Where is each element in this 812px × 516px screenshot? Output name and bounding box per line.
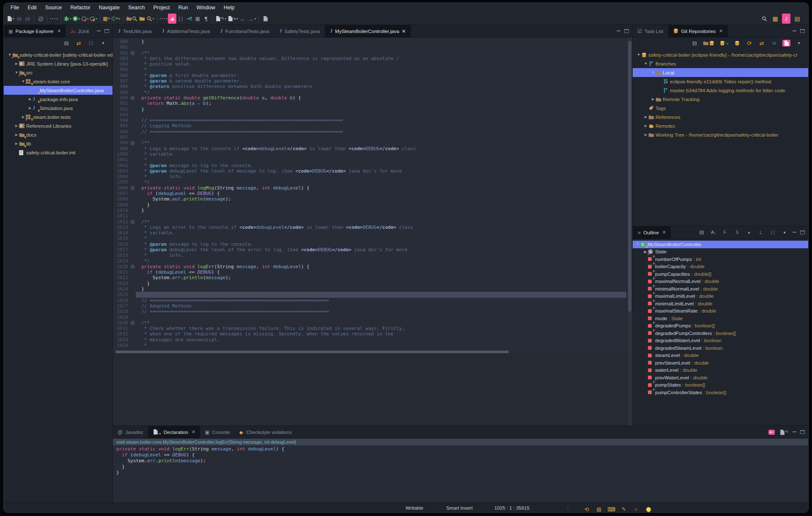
code-line-992[interactable]: 992 } — [113, 107, 626, 112]
maximize-icon[interactable] — [800, 430, 805, 434]
menu-refactor[interactable]: Refactor — [66, 3, 94, 13]
editor-tab-functionaltests-java[interactable]: JFunctionalTests.java — [215, 25, 274, 37]
close-tab-icon[interactable]: ✕ — [719, 28, 723, 34]
maximize-icon[interactable] — [104, 29, 109, 33]
outline-item-degradedpumps[interactable]: FdegradedPumps : boolean[] — [633, 322, 808, 330]
search-button[interactable]: ▾ — [146, 14, 155, 24]
code-line-1030[interactable]: 1030 /** — [113, 320, 626, 326]
outline-item-degradedwaterlevel[interactable]: degradedWaterLevel : boolean — [633, 337, 808, 345]
hide-fields-button[interactable]: F◦ — [721, 228, 730, 238]
open-resource-button[interactable] — [138, 14, 146, 24]
code-line-1034[interactable]: 1034 * — [113, 343, 626, 348]
tab-outline[interactable]: ⫶≡Outline✕ — [633, 226, 671, 239]
create-repository-button[interactable] — [733, 39, 741, 47]
outline-item-state[interactable]: ▶SState — [633, 248, 808, 256]
code-line-1028[interactable]: 1028 // ================================… — [113, 309, 626, 314]
code-line-995[interactable]: 995 // Logging Methods — [113, 123, 626, 129]
view-menu-button[interactable]: ▾ — [795, 39, 803, 47]
code-line-1024[interactable]: 1024 } — [113, 286, 626, 292]
outline-item-prevwaterlevel[interactable]: prevWaterLevel : double — [633, 374, 808, 382]
code-line-988[interactable]: 988 * @return positive difference betwee… — [113, 84, 626, 89]
minimize-icon[interactable] — [792, 231, 797, 234]
coverage-button[interactable]: ▾ — [81, 14, 89, 24]
tree-item-safety-critical-boiler[interactable]: ▼ssafety-critical-boiler [safety-critica… — [4, 50, 112, 59]
code-line-1022[interactable]: 1022 System.err.println(message); — [113, 275, 626, 280]
minimize-icon[interactable] — [792, 430, 797, 434]
tab-junit[interactable]: JuJUnit — [66, 25, 93, 37]
menu-run[interactable]: Run — [174, 3, 192, 13]
outline-item-pumpcapacities[interactable]: FpumpCapacities : double[] — [633, 270, 808, 278]
refresh-button[interactable]: ⟳ — [745, 39, 754, 47]
show-invisibles-button[interactable]: ¶ — [202, 14, 210, 24]
status-overflow-icon[interactable]: ⋮ — [565, 503, 571, 513]
back-button[interactable]: ← — [239, 14, 247, 24]
external-tools-button[interactable]: ···● — [49, 14, 58, 24]
code-line-1026[interactable]: 1026 // ================================… — [113, 298, 626, 303]
expand-arrow-icon[interactable]: ▶ — [27, 88, 33, 92]
outline-item-numberofpumps[interactable]: FnumberOfPumps : int — [633, 255, 808, 263]
run-button[interactable]: ▾ — [72, 14, 81, 24]
outline-item-waterlevel[interactable]: waterLevel : double — [633, 367, 808, 374]
code-line-1019[interactable]: 1019 */ — [113, 258, 626, 264]
tab-task-list[interactable]: ☑Task List — [633, 25, 668, 37]
code-line-1031[interactable]: 1031 * Check whether there was a transmi… — [113, 326, 626, 331]
code-line-983[interactable]: 983 * Gets the difference between two do… — [113, 56, 626, 61]
outline-item-steamlevel[interactable]: steamLevel : double — [633, 352, 808, 360]
code-line-1013[interactable]: 1013 * Logs an error to the console if <… — [113, 225, 626, 230]
outline-item-minimalnormallevel[interactable]: FminimalNormalLevel : double — [633, 285, 808, 293]
tree-item-simulation.java[interactable]: ▶JsSimulation.java — [4, 104, 112, 113]
mark-occurrences-button[interactable] — [168, 14, 176, 24]
tree-item-safety-critical-boiler[interactable]: ▼safety-critical-boiler [eclipse-friendl… — [633, 50, 808, 59]
code-line-1002[interactable]: 1002 * @param message to log to the cons… — [113, 163, 626, 168]
minimize-icon[interactable] — [96, 29, 101, 33]
code-line-999[interactable]: 999 * Logs a message to the console if <… — [113, 146, 626, 151]
expand-arrow-icon[interactable]: ▶ — [14, 133, 19, 137]
code-line-1016[interactable]: 1016 * @param message to log to the cons… — [113, 242, 626, 247]
expand-arrow-icon[interactable]: ▶ — [27, 97, 33, 101]
code-editor[interactable]: 980 }981982 /**983 * Gets the difference… — [113, 38, 632, 425]
expand-arrow-icon[interactable]: ▼ — [650, 71, 656, 74]
code-line-994[interactable]: 994 // =================================… — [113, 118, 626, 123]
editor-tab-testutils-java[interactable]: JTestUtils.java — [113, 25, 157, 37]
link-with-editor-button[interactable]: ⇄ — [74, 39, 83, 47]
repo-file-pink-button[interactable] — [782, 39, 791, 47]
hide-local-types-button[interactable]: L — [757, 228, 765, 238]
code-line-1027[interactable]: 1027 // Adapted Methods — [113, 303, 626, 309]
outline-item-degradedpumpcontrollers[interactable]: FdegradedPumpControllers : boolean[] — [633, 329, 808, 337]
outline-item-minimallimitlevel[interactable]: FminimalLimitLevel : double — [633, 300, 808, 307]
editor-tab-additionaltests-java[interactable]: JAdditionalTests.java — [157, 25, 215, 37]
menu-edit[interactable]: Edit — [23, 3, 41, 13]
goto-annotation-button[interactable]: ➜▾ — [227, 14, 239, 24]
editor-overview-ruler[interactable] — [627, 38, 632, 425]
outline-item-prevsteamlevel[interactable]: prevSteamLevel : double — [633, 359, 808, 367]
code-line-998[interactable]: 998 /** — [113, 140, 626, 145]
profile-button[interactable]: ▾ — [89, 14, 98, 24]
hierarchy-layout-button[interactable]: ⫶≡ — [770, 39, 778, 47]
menu-window[interactable]: Window — [192, 3, 219, 13]
tree-item-master[interactable]: master b34d784 Adds logging methods for … — [633, 86, 808, 95]
code-line-981[interactable]: 981 — [113, 44, 626, 50]
tab-checkstyle-violations[interactable]: ◆!Checkstyle violations — [235, 426, 296, 438]
code-line-1011[interactable]: 1011 — [113, 213, 626, 219]
tree-item-working[interactable]: ▶Working Tree - /home/zaci/git/eclipse/s… — [633, 130, 808, 139]
expand-arrow-icon[interactable]: ▶ — [14, 124, 19, 128]
code-line-986[interactable]: 986 * @param a first double parameter. — [113, 73, 626, 78]
maximize-icon[interactable] — [800, 29, 805, 33]
windows-icon[interactable]: ▤ — [595, 504, 603, 513]
keyboard-icon[interactable]: ⌨ — [607, 504, 616, 513]
outline-item-maximallimitlevel[interactable]: FmaximalLimitLevel : double — [633, 293, 808, 300]
block-selection-button[interactable]: ▦ — [193, 14, 202, 24]
minimize-icon[interactable] — [792, 29, 797, 33]
skip-all-breakpoints-button[interactable] — [36, 14, 45, 24]
open-type-button[interactable] — [126, 14, 138, 24]
code-line-1006[interactable]: 1006 private static void logMsg(String m… — [113, 185, 626, 191]
code-line-1021[interactable]: 1021 if (debugLevel <= DEBUG) { — [113, 269, 626, 275]
tree-item-remote[interactable]: ▶Remote Tracking — [633, 95, 808, 104]
tree-item-referenced[interactable]: ▶Referenced Libraries — [4, 121, 112, 130]
new-java-class-button[interactable]: Ⓒ+▾ — [111, 14, 121, 24]
tree-item-lib[interactable]: ▶slib — [4, 139, 112, 148]
close-tab-icon[interactable]: ✕ — [662, 230, 666, 235]
code-line-987[interactable]: 987 * @param b second double parameter. — [113, 78, 626, 84]
outline-item-boilercapacity[interactable]: FboilerCapacity : double — [633, 263, 808, 271]
history-icon[interactable]: ⟲ — [582, 504, 591, 513]
